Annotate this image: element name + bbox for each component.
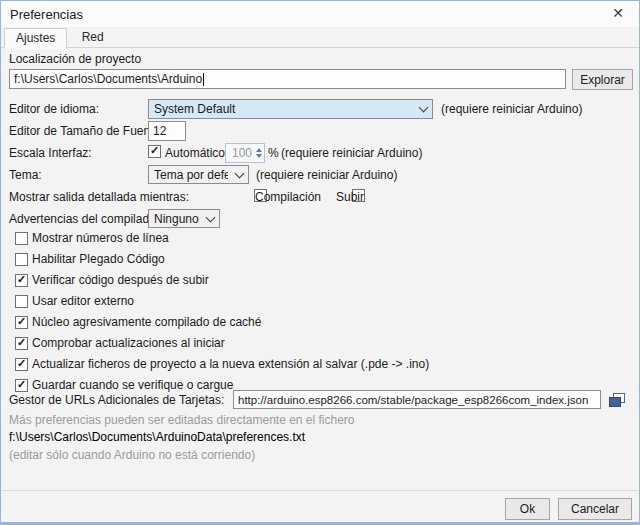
option-checkbox[interactable] bbox=[15, 358, 28, 371]
theme-selected-value: Tema por defecto bbox=[154, 168, 228, 182]
ok-button[interactable]: Ok bbox=[505, 498, 550, 520]
chevron-down-icon bbox=[206, 212, 216, 222]
warnings-select[interactable]: Ninguno bbox=[148, 209, 220, 228]
footer-divider bbox=[2, 490, 638, 491]
board-urls-value: http://arduino.esp8266.com/stable/packag… bbox=[238, 394, 588, 406]
footer-note-line3: (editar sólo cuando Arduino no está corr… bbox=[9, 448, 255, 462]
option-checkbox[interactable] bbox=[15, 274, 28, 287]
checkbox-option-row: Habilitar Plegado Código bbox=[15, 251, 429, 267]
project-location-label: Localización de proyecto bbox=[9, 52, 141, 66]
browse-button[interactable]: Explorar bbox=[572, 69, 633, 90]
preferences-file-path: f:\Users\Carlos\Documents\ArduinoData\pr… bbox=[9, 430, 305, 444]
option-label: Mostrar números de línea bbox=[32, 231, 169, 245]
option-checkbox[interactable] bbox=[15, 232, 28, 245]
project-location-input[interactable]: f:\Users\Carlos\Documents\Arduino bbox=[9, 69, 566, 89]
board-urls-window-button[interactable] bbox=[606, 389, 628, 410]
option-label: Usar editor externo bbox=[32, 294, 134, 308]
scale-auto-checkbox[interactable] bbox=[148, 145, 161, 158]
option-checkbox[interactable] bbox=[15, 337, 28, 350]
option-label: Verificar código después de subir bbox=[32, 273, 209, 287]
scale-value-spinner[interactable]: 100 bbox=[225, 143, 265, 163]
close-icon[interactable]: ✕ bbox=[601, 2, 635, 24]
option-label: Comprobar actualizaciones al iniciar bbox=[32, 336, 225, 350]
tab-strip: Ajustes Red bbox=[1, 27, 639, 48]
option-checkbox[interactable] bbox=[15, 379, 28, 392]
chevron-down-icon bbox=[235, 168, 245, 178]
cancel-button[interactable]: Cancelar bbox=[558, 498, 632, 520]
font-size-input[interactable]: 12 bbox=[148, 121, 186, 141]
language-label: Editor de idioma: bbox=[9, 102, 99, 116]
verbose-compile-label: Compilación bbox=[255, 190, 321, 204]
warnings-label: Advertencias del compilador: bbox=[9, 212, 163, 226]
chevron-down-icon bbox=[419, 103, 429, 113]
board-urls-input[interactable]: http://arduino.esp8266.com/stable/packag… bbox=[233, 390, 601, 409]
scale-percent-sign: % bbox=[268, 146, 279, 160]
text-caret bbox=[203, 73, 204, 86]
tab-red[interactable]: Red bbox=[71, 27, 115, 47]
theme-label: Tema: bbox=[9, 168, 42, 182]
checkbox-option-row: Comprobar actualizaciones al iniciar bbox=[15, 335, 429, 351]
board-urls-label: Gestor de URLs Adicionales de Tarjetas: bbox=[9, 393, 224, 407]
theme-select[interactable]: Tema por defecto bbox=[148, 165, 249, 184]
warnings-selected-value: Ninguno bbox=[154, 212, 199, 226]
checkbox-option-row: Verificar código después de subir bbox=[15, 272, 429, 288]
language-selected-value: System Default bbox=[154, 102, 412, 116]
option-checkbox[interactable] bbox=[15, 253, 28, 266]
theme-restart-note: (requiere reiniciar Arduino) bbox=[256, 168, 397, 182]
checkbox-option-row: Actualizar ficheros de proyecto a la nue… bbox=[15, 356, 429, 372]
new-window-icon bbox=[608, 392, 626, 408]
option-label: Núcleo agresivamente compilado de caché bbox=[32, 315, 261, 329]
dialog-title: Preferencias bbox=[10, 7, 83, 22]
checkbox-option-row: Mostrar números de línea bbox=[15, 230, 429, 246]
title-bar: Preferencias ✕ bbox=[1, 1, 639, 27]
language-restart-note: (requiere reiniciar Arduino) bbox=[441, 102, 582, 116]
preferences-dialog: Preferencias ✕ Ajustes Red Localización … bbox=[0, 0, 640, 525]
option-label: Guardar cuando se verifique o cargue bbox=[32, 378, 233, 392]
scale-label: Escala Interfaz: bbox=[9, 146, 92, 160]
language-select[interactable]: System Default bbox=[148, 99, 433, 119]
option-checkbox[interactable] bbox=[15, 316, 28, 329]
scale-restart-note: (requiere reiniciar Arduino) bbox=[281, 146, 422, 160]
checkbox-option-row: Núcleo agresivamente compilado de caché bbox=[15, 314, 429, 330]
verbose-upload-label: Subir bbox=[336, 190, 364, 204]
option-label: Habilitar Plegado Código bbox=[32, 252, 165, 266]
option-label: Actualizar ficheros de proyecto a la nue… bbox=[32, 357, 429, 371]
option-checkbox[interactable] bbox=[15, 295, 28, 308]
verbose-label: Mostrar salida detallada mientras: bbox=[9, 190, 189, 204]
spinner-arrows-icon[interactable] bbox=[256, 148, 262, 158]
checkbox-option-row: Usar editor externo bbox=[15, 293, 429, 309]
footer-note-line1: Más preferencias pueden ser editadas dir… bbox=[9, 413, 355, 427]
tab-ajustes[interactable]: Ajustes bbox=[4, 28, 67, 49]
scale-value: 100 bbox=[230, 146, 254, 160]
font-size-value: 12 bbox=[153, 124, 166, 138]
project-location-value: f:\Users\Carlos\Documents\Arduino bbox=[14, 72, 202, 86]
scale-auto-label: Automático bbox=[165, 146, 225, 160]
editor-checkbox-list: Mostrar números de línea Habilitar Plega… bbox=[15, 230, 429, 398]
font-size-label: Editor de Tamaño de Fuente: bbox=[9, 124, 164, 138]
